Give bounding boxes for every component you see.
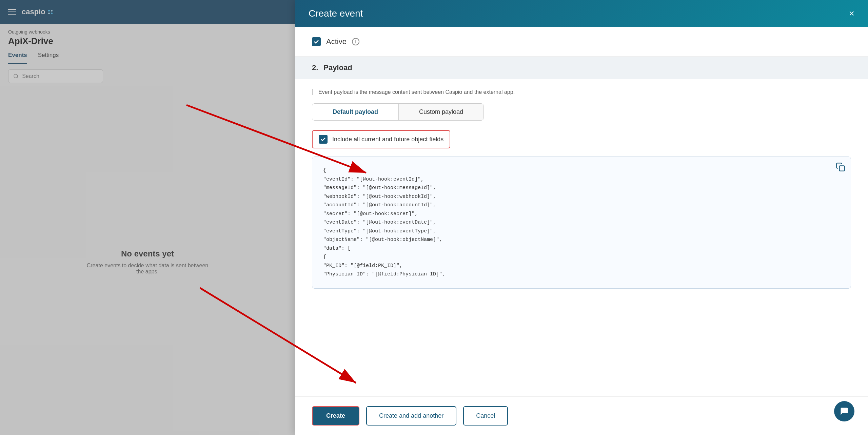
modal-title: Create event <box>309 8 363 19</box>
copy-icon <box>836 162 845 172</box>
json-line-7: "eventDate": "[@out-hook:eventDate]", <box>323 218 840 227</box>
modal-footer: Create Create and add another Cancel <box>295 396 868 435</box>
json-line-9: "objectName": "[@out-hook:objectName]", <box>323 235 840 244</box>
json-line-10: "data": [ <box>323 244 840 253</box>
payload-type-toggle: Default payload Custom payload <box>312 103 484 121</box>
svg-rect-6 <box>840 166 845 171</box>
modal-close-button[interactable]: × <box>849 9 854 18</box>
json-line-4: "webhookId": "[@out-hook:webhookId]", <box>323 192 840 201</box>
chat-icon <box>840 407 849 416</box>
json-code-block: { "eventId": "[@out-hook:eventId]", "mes… <box>312 157 851 289</box>
payload-content: Event payload is the message content sen… <box>295 79 868 299</box>
json-line-2: "eventId": "[@out-hook:eventId]", <box>323 175 840 184</box>
json-line-12: "PK_ID": "[@field:PK_ID]", <box>323 262 840 270</box>
json-line-5: "accountId": "[@out-hook:accountId]", <box>323 201 840 210</box>
modal-panel: Create event × Active i 2. Payload Event… <box>295 0 868 435</box>
overlay-dim <box>0 0 295 435</box>
active-section: Active i <box>295 27 868 57</box>
include-fields-checkbox[interactable] <box>319 135 328 144</box>
json-line-8: "eventType": "[@out-hook:eventType]", <box>323 227 840 236</box>
json-line-13: "Physician_ID": "[@field:Physician_ID]", <box>323 270 840 279</box>
active-label: Active <box>326 37 347 46</box>
json-copy-button[interactable] <box>836 162 845 173</box>
json-line-6: "secret": "[@out-hook:secret]", <box>323 210 840 219</box>
include-fields-row: Include all current and future object fi… <box>312 130 450 148</box>
payload-title: Payload <box>323 63 352 72</box>
default-payload-button[interactable]: Default payload <box>312 104 399 120</box>
payload-description: Event payload is the message content sen… <box>312 89 851 95</box>
include-fields-label: Include all current and future object fi… <box>332 136 443 143</box>
payload-section-header: 2. Payload <box>295 57 868 79</box>
create-and-add-another-button[interactable]: Create and add another <box>366 406 456 426</box>
checkmark-fields-icon <box>320 137 326 142</box>
payload-number: 2. <box>312 63 318 72</box>
active-checkbox[interactable] <box>312 37 321 46</box>
json-line-11: { <box>323 253 840 262</box>
json-line-1: { <box>323 166 840 175</box>
active-info-icon[interactable]: i <box>352 38 359 45</box>
checkmark-icon <box>314 39 319 44</box>
chat-button[interactable] <box>834 401 854 421</box>
modal-body: Active i 2. Payload Event payload is the… <box>295 27 868 396</box>
modal-header: Create event × <box>295 0 868 27</box>
json-line-3: "messageId": "[@out-hook:messageId]", <box>323 184 840 192</box>
create-button[interactable]: Create <box>312 406 359 426</box>
cancel-button[interactable]: Cancel <box>463 406 508 426</box>
custom-payload-button[interactable]: Custom payload <box>399 104 484 120</box>
